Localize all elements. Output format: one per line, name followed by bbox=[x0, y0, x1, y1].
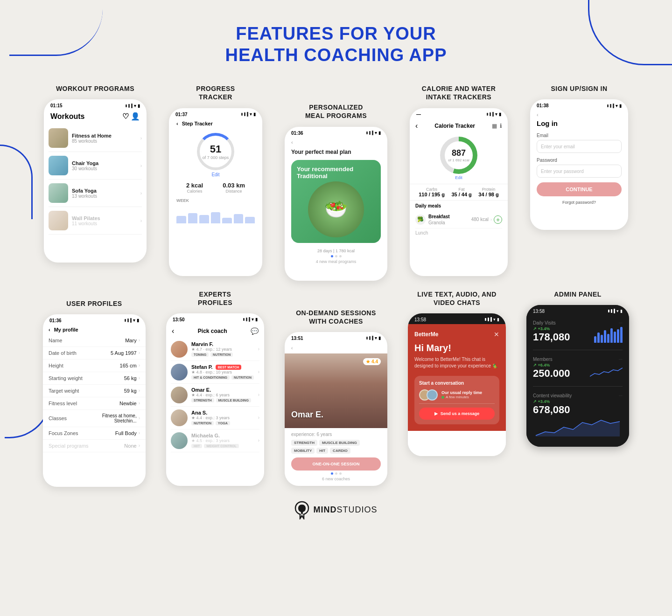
content-metric: Content viewability ··· ↗ +3.4% 678,080 bbox=[533, 393, 623, 436]
coach-profile-info: experience: 6 years STRENGTH MUSCLE BUIL… bbox=[285, 428, 387, 485]
userprofile-phone: 01:36 ▾ ▮ ‹ My profile Name Mary › bbox=[43, 314, 146, 487]
chat-greeting: Hi Mary! bbox=[414, 343, 499, 353]
coach-item-1[interactable]: Marvin F. ★ 4.7 · exp.: 12 years TONING … bbox=[171, 338, 259, 361]
calorie-num: 887 bbox=[452, 148, 466, 158]
signal-bar-2 bbox=[128, 104, 130, 108]
granola-item: Granola bbox=[428, 220, 450, 225]
content-chart bbox=[533, 418, 623, 436]
field-starting-weight[interactable]: Starting weight 56 kg › bbox=[43, 372, 146, 385]
progress-time: 01:37 bbox=[175, 112, 188, 117]
chat-label: LIVE TEXT, AUDIO, ANDVIDEO CHATS bbox=[417, 290, 497, 307]
add-meal-btn[interactable]: + bbox=[494, 215, 502, 224]
workout-item-3[interactable]: Sofa Yoga 13 workouts › bbox=[49, 180, 142, 207]
field-dob[interactable]: Date of birth 5 Aug 1997 › bbox=[43, 347, 146, 360]
coach-profile-image: Omar E. ★ 4.4 bbox=[285, 353, 387, 428]
workout-section: WORKOUT PROGRAMS 01:15 ▾ ▮ Workouts ♡ 👤 bbox=[44, 84, 147, 263]
session-button[interactable]: ONE-ON-ONE SESSION bbox=[291, 457, 381, 471]
coach-avatar-1 bbox=[171, 341, 188, 358]
workout-item-1[interactable]: Fitness at Home 85 workouts › bbox=[49, 125, 142, 152]
userprofile-time: 01:36 bbox=[49, 318, 62, 323]
login-title: Log in bbox=[537, 119, 622, 127]
password-label: Password bbox=[537, 158, 622, 163]
step-tracker-content: ‹ Step Tracker 51 of 7 000 steps Edit 2 … bbox=[169, 119, 262, 223]
calorie-edit[interactable]: Edit bbox=[455, 175, 462, 180]
workout-arrow-1: › bbox=[140, 136, 142, 141]
step-circle: 51 of 7 000 steps bbox=[197, 133, 234, 170]
signal-bar-1 bbox=[126, 104, 127, 107]
field-special[interactable]: Special programs None › bbox=[43, 440, 146, 452]
workout-thumb-yoga1 bbox=[49, 156, 68, 175]
send-message-button[interactable]: ▶ Send us a message bbox=[419, 408, 495, 420]
experts-time: 13:50 bbox=[173, 317, 185, 322]
forgot-link[interactable]: Forgot password? bbox=[537, 200, 622, 205]
footer-logo: MIND STUDIOS bbox=[0, 487, 672, 529]
field-target-weight[interactable]: Target weight 59 kg › bbox=[43, 385, 146, 397]
email-label: Email bbox=[537, 133, 622, 138]
step-goal: of 7 000 steps bbox=[203, 155, 229, 160]
coach-profile-name: Omar E. bbox=[291, 410, 381, 420]
macro-carbs: Carbs 110 / 195 g bbox=[419, 187, 445, 197]
calorie-label: CALORIE AND WATERINTAKE TRACKERS bbox=[422, 84, 496, 101]
workout-header-icons: ♡ 👤 bbox=[122, 112, 140, 121]
conv-row: Our usual reply time A few minutes bbox=[419, 389, 495, 404]
calorie-screen-title: Calorie Tracker bbox=[434, 123, 475, 129]
week-bar-4 bbox=[211, 212, 221, 223]
coach-item-4[interactable]: Ana S. ★ 4.4 · exp.: 3 years NUTRITION Y… bbox=[171, 407, 259, 429]
daily-visits-metric: Daily Visits ··· ↗ +3.4% 178,080 bbox=[533, 320, 623, 343]
distance-label: Distance bbox=[223, 189, 245, 194]
workout-label: WORKOUT PROGRAMS bbox=[56, 84, 134, 93]
admin-label: ADMIN PANEL bbox=[554, 290, 602, 298]
coach-info-5: Michaela G. ★ 4.5 · exp.: 3 years HIIT W… bbox=[191, 433, 254, 448]
workout-name-4: Wall Pilates bbox=[72, 215, 137, 221]
mindstudios-logo-icon bbox=[294, 501, 309, 519]
chat-close-icon[interactable]: ✕ bbox=[494, 331, 499, 338]
field-fitness-level[interactable]: Fitness level Newbie › bbox=[43, 397, 146, 410]
calorie-ring: 887 of 1 692 kcal bbox=[440, 137, 477, 174]
admin-status-bar: 13:58 ▾ ▮ bbox=[526, 305, 629, 316]
week-label: WEEK bbox=[176, 198, 255, 203]
ondemand-label: ON-DEMAND SESSIONSWITH COACHES bbox=[296, 309, 376, 325]
workout-list: Fitness at Home 85 workouts › Chair Yoga… bbox=[44, 125, 147, 235]
step-edit[interactable]: Edit bbox=[211, 172, 219, 177]
email-input[interactable]: Enter your email bbox=[537, 140, 622, 153]
workout-time: 01:15 bbox=[50, 103, 63, 108]
calories-stat: 2 kcal Calories bbox=[186, 182, 203, 194]
workout-item-2[interactable]: Chair Yoga 30 workouts › bbox=[49, 152, 142, 180]
progress-status-bar: 01:37 ▾ ▮ bbox=[169, 108, 262, 119]
ondemand-phone: 13:51 ▾ ▮ ‹ Omar E. bbox=[285, 332, 387, 486]
password-input[interactable]: Enter your password bbox=[537, 165, 622, 178]
progress-label: PROGRESSTRACKER bbox=[196, 84, 235, 101]
field-height[interactable]: Height 165 cm › bbox=[43, 360, 146, 372]
coach-item-5[interactable]: Michaela G. ★ 4.5 · exp.: 3 years HIIT W… bbox=[171, 429, 259, 452]
continue-button[interactable]: CONTINUE bbox=[537, 182, 622, 196]
coach-info-2: Stefan P. BEST MATCH ★ 4.8 · exp.: 10 ye… bbox=[191, 364, 254, 380]
week-bar-7 bbox=[245, 217, 255, 223]
chat-status-bar: 13:58 ▾ ▮ bbox=[408, 313, 506, 324]
calorie-phone: — ▾ ▮ ‹ Calorie Tracker ▦ ℹ bbox=[410, 108, 508, 276]
userprofile-section: USER PROFILES 01:36 ▾ ▮ ‹ My profile bbox=[43, 299, 146, 487]
workout-count-3: 13 workouts bbox=[72, 194, 137, 199]
field-name[interactable]: Name Mary › bbox=[43, 334, 146, 347]
progress-section: PROGRESSTRACKER 01:37 ▾ ▮ ‹ Step Tra bbox=[169, 84, 262, 276]
workout-item-4[interactable]: Wall Pilates 11 workouts › bbox=[49, 207, 142, 235]
workout-info-1: Fitness at Home 85 workouts bbox=[72, 133, 137, 144]
field-focus[interactable]: Focus Zones Full Body › bbox=[43, 427, 146, 440]
signin-phone: 01:38 ▾ ▮ ‹ Log in Email Enter yo bbox=[530, 99, 628, 230]
calorie-ring-inner: 887 of 1 692 kcal bbox=[445, 141, 473, 169]
meal-nav: ‹ bbox=[285, 138, 387, 147]
meal-screen-title: Your perfect meal plan bbox=[285, 147, 387, 157]
meal-footer: 28 days | 1 780 kcal 4 new meal programs bbox=[285, 246, 387, 267]
meal-kcal: 480 kcal bbox=[471, 217, 489, 222]
breakfast-entry: 🥦 Breakfast Granola 480 kcal › + bbox=[415, 211, 502, 228]
meal-phone: 01:36 ▾ ▮ ‹ Your perfect meal plan Your … bbox=[285, 127, 387, 281]
calorie-section: CALORIE AND WATERINTAKE TRACKERS — ▾ ▮ ‹… bbox=[410, 84, 508, 276]
coach-item-3[interactable]: Omar E. ★ 4.4 · exp.: 6 years STRENGTH M… bbox=[171, 384, 259, 407]
calorie-circle-wrap: 887 of 1 692 kcal Edit bbox=[410, 133, 508, 184]
experts-status-bar: 13:50 ▾ ▮ bbox=[166, 313, 264, 324]
distance-value: 0.03 km bbox=[223, 182, 245, 189]
field-classes[interactable]: Classes Fitness at home, Stretchin... › bbox=[43, 410, 146, 427]
coach-item-2[interactable]: Stefan P. BEST MATCH ★ 4.8 · exp.: 10 ye… bbox=[171, 361, 259, 384]
coach-profile-header: ‹ bbox=[285, 343, 387, 353]
chat-phone-wrap: 13:58 ▾ ▮ BetterMe bbox=[408, 313, 506, 456]
lunch-label: Lunch bbox=[415, 228, 502, 237]
